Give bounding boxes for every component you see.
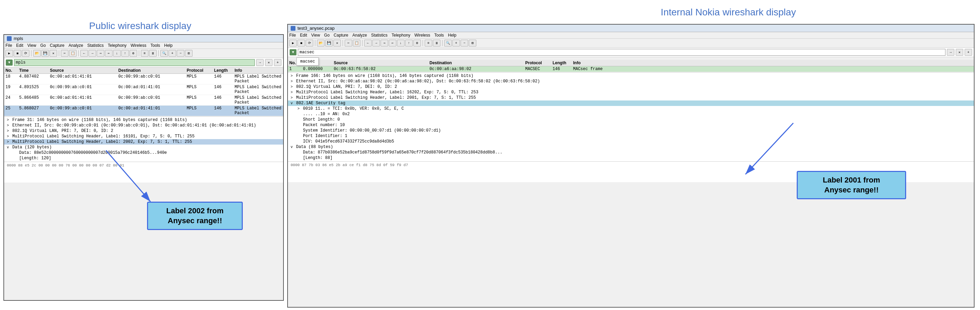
nokia-menu-capture[interactable]: Capture <box>334 33 348 38</box>
nokia-tb-zoom-minus[interactable]: − <box>461 40 468 46</box>
nokia-filter-input[interactable] <box>298 49 945 56</box>
menu-wireless[interactable]: Wireless <box>130 43 146 48</box>
public-menubar[interactable]: File Edit View Go Capture Analyze Statis… <box>4 42 283 49</box>
menu-view[interactable]: View <box>27 43 36 48</box>
nokia-detail-row-8[interactable]: Short length: 0 <box>288 117 974 122</box>
nokia-tb-zoom-plus[interactable]: + <box>452 40 460 46</box>
tb-fwd[interactable]: → <box>89 50 96 57</box>
nokia-tb-edit[interactable]: ✂ <box>345 40 352 46</box>
nokia-tb-list2[interactable]: ≣ <box>433 40 441 46</box>
menu-telephony[interactable]: Telephony <box>108 43 127 48</box>
nokia-menu-file[interactable]: File <box>289 33 296 38</box>
filter-arrow-btn[interactable]: → <box>256 59 264 66</box>
nokia-detail-row-3[interactable]: > MultiProtocol Label Switching Header, … <box>288 89 974 95</box>
nokia-menu-wireless[interactable]: Wireless <box>414 33 430 38</box>
public-detail-row-0[interactable]: > Frame 31: 146 bytes on wire (1168 bits… <box>4 117 283 123</box>
nokia-tb-down[interactable]: ↓ <box>397 40 404 46</box>
nokia-filter-clear-btn[interactable]: ✕ <box>956 49 963 56</box>
tb-copy[interactable]: 📋 <box>69 50 76 57</box>
public-detail-row-4[interactable]: > MultiProtocol Label Switching Header, … <box>4 139 283 145</box>
menu-edit[interactable]: Edit <box>16 43 23 48</box>
nokia-filter-arrow-btn[interactable]: → <box>947 49 955 56</box>
public-detail-row-7[interactable]: [Length: 120] <box>4 156 283 161</box>
nokia-detail-row-1[interactable]: > Ethernet II, Src: 0c:00:a6:aa:98:02 (0… <box>288 79 974 84</box>
tb-go2[interactable]: ⇐ <box>105 50 113 57</box>
nokia-detail-row-9[interactable]: Packet number: 10 <box>288 122 974 128</box>
public-detail-row-1[interactable]: > Ethernet II, Src: 0c:00:99:ab:c0:01 (0… <box>4 123 283 128</box>
nokia-detail-row-7[interactable]: .... ..10 = AN: 0x2 <box>288 111 974 117</box>
filter-expr-btn[interactable]: + <box>274 59 282 66</box>
nokia-packet-row-0[interactable]: 1 0.000000 0c:00:63:f6:58:02 0c:00:a6:aa… <box>288 66 974 72</box>
nokia-detail-row-0[interactable]: > Frame 166: 146 bytes on wire (1168 bit… <box>288 73 974 79</box>
nokia-detail-row-2[interactable]: > 802.1Q Virtual LAN, PRI: 7, DEI: 0, ID… <box>288 84 974 89</box>
public-detail-row-5[interactable]: v Data (120 bytes) <box>4 145 283 150</box>
nokia-tb-zoom-in[interactable]: 🔍 <box>444 40 452 46</box>
tb-open[interactable]: 📂 <box>33 50 41 57</box>
public-packet-row-0[interactable]: 18 4.887402 0c:00:ad:01:41:01 0c:00:99:a… <box>4 74 283 84</box>
nokia-tb-copy[interactable]: 📋 <box>353 40 360 46</box>
nokia-menu-telephony[interactable]: Telephony <box>391 33 410 38</box>
tb-save[interactable]: 💾 <box>41 50 49 57</box>
nokia-tb-zoom-fit[interactable]: ⊞ <box>469 40 476 46</box>
tb-go1[interactable]: ⇒ <box>97 50 104 57</box>
nokia-menubar[interactable]: File Edit View Go Capture Analyze Statis… <box>288 32 974 39</box>
nokia-menu-statistics[interactable]: Statistics <box>371 33 387 38</box>
nokia-detail-row-5[interactable]: v 802.1AE Security tag <box>288 100 974 106</box>
public-detail-row-6[interactable]: Data: 88e52c000000000760000000007d200015… <box>4 150 283 156</box>
nokia-tb-back[interactable]: ← <box>364 40 372 46</box>
tb-close[interactable]: ✕ <box>49 50 57 57</box>
tb-zoom-plus[interactable]: + <box>169 50 176 57</box>
nokia-menu-analyze[interactable]: Analyze <box>353 33 367 38</box>
tb-list[interactable]: ≡ <box>141 50 148 57</box>
macsec-dropdown[interactable]: macsec <box>296 57 319 66</box>
nokia-menu-edit[interactable]: Edit <box>300 33 307 38</box>
nokia-tb-stop[interactable]: ■ <box>298 40 305 46</box>
tb-up[interactable]: ↑ <box>121 50 129 57</box>
tb-restart[interactable]: ⟳ <box>22 50 29 57</box>
nokia-menu-tools[interactable]: Tools <box>434 33 444 38</box>
filter-clear-btn[interactable]: ✕ <box>265 59 272 66</box>
nokia-tb-open[interactable]: 📂 <box>317 40 325 46</box>
nokia-detail-row-11[interactable]: Port Identifier: 1 <box>288 133 974 139</box>
tb-zoom-in[interactable]: 🔍 <box>161 50 168 57</box>
menu-go[interactable]: Go <box>40 43 46 48</box>
public-packet-row-3[interactable]: 25 5.868027 0c:00:99:ab:c0:01 0c:00:ad:0… <box>4 106 283 116</box>
nokia-menu-go[interactable]: Go <box>324 33 329 38</box>
nokia-tb-list[interactable]: ≡ <box>425 40 432 46</box>
tb-prefs[interactable]: ⚙ <box>130 50 137 57</box>
nokia-detail-row-4[interactable]: > MultiProtocol Label Switching Header, … <box>288 95 974 100</box>
public-detail-row-2[interactable]: > 802.1Q Virtual LAN, PRI: 7, DEI: 0, ID… <box>4 128 283 134</box>
nokia-tb-start[interactable]: ▶ <box>289 40 297 46</box>
nokia-detail-row-12[interactable]: ICV: 041e5fecd6374332f725cc9da8d4d3b5 <box>288 139 974 144</box>
tb-stop[interactable]: ■ <box>14 50 21 57</box>
nokia-menu-view[interactable]: View <box>311 33 320 38</box>
nokia-filter-expr-btn[interactable]: + <box>965 49 972 56</box>
nokia-tb-close[interactable]: ✕ <box>333 40 341 46</box>
public-detail-row-3[interactable]: > MultiProtocol Label Switching Header, … <box>4 134 283 139</box>
menu-tools[interactable]: Tools <box>150 43 160 48</box>
tb-list2[interactable]: ≣ <box>149 50 157 57</box>
nokia-tb-restart[interactable]: ⟳ <box>306 40 313 46</box>
menu-file[interactable]: File <box>5 43 12 48</box>
nokia-detail-row-15[interactable]: [Length: 88] <box>288 155 974 161</box>
nokia-menu-help[interactable]: Help <box>448 33 457 38</box>
nokia-detail-row-13[interactable]: v Data (88 bytes) <box>288 144 974 150</box>
menu-help[interactable]: Help <box>164 43 173 48</box>
nokia-detail-row-10[interactable]: System Identifier: 00:00:00_00:07:d1 (00… <box>288 128 974 133</box>
nokia-detail-row-6[interactable]: > 0010 11.. = TCI: 0x0b, VER: 0x0, SC, E… <box>288 106 974 111</box>
menu-statistics[interactable]: Statistics <box>87 43 103 48</box>
menu-capture[interactable]: Capture <box>50 43 65 48</box>
nokia-tb-go1[interactable]: ⇒ <box>380 40 388 46</box>
tb-zoom-fit[interactable]: ⊞ <box>185 50 192 57</box>
tb-zoom-minus[interactable]: − <box>177 50 184 57</box>
tb-down[interactable]: ↓ <box>113 50 121 57</box>
menu-analyze[interactable]: Analyze <box>69 43 83 48</box>
public-filter-input[interactable] <box>14 59 255 66</box>
public-packet-row-1[interactable]: 19 4.891525 0c:00:99:ab:c0:01 0c:00:ad:0… <box>4 84 283 95</box>
nokia-tb-prefs[interactable]: ⚙ <box>414 40 421 46</box>
nokia-tb-up[interactable]: ↑ <box>405 40 413 46</box>
public-packet-row-2[interactable]: 24 5.866485 0c:00:ad:01:41:01 0c:00:99:a… <box>4 95 283 106</box>
tb-start[interactable]: ▶ <box>5 50 13 57</box>
tb-edit[interactable]: ✂ <box>61 50 68 57</box>
nokia-tb-fwd[interactable]: → <box>372 40 380 46</box>
